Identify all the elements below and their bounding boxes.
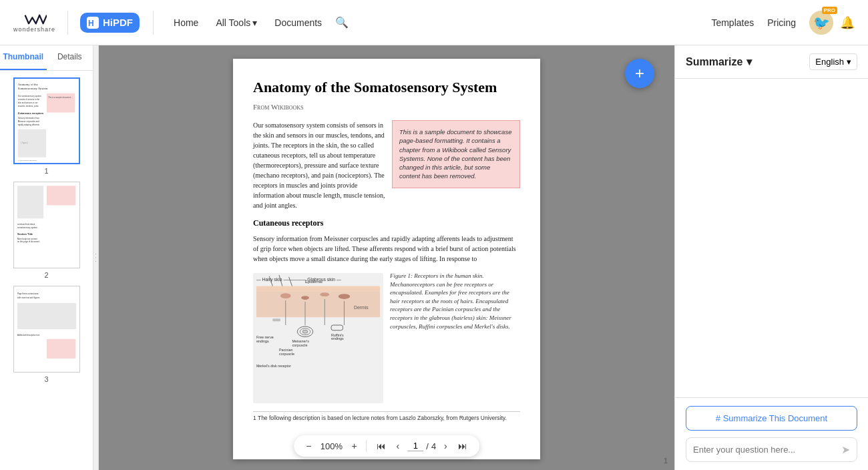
lang-chevron-icon: ▾	[847, 57, 851, 67]
right-panel-content	[675, 79, 868, 397]
thumbnail-item-1[interactable]: Anatomy of the Somatosensory System This…	[5, 77, 87, 175]
svg-text:— Hairy skin ————— Glabrous sk: — Hairy skin ————— Glabrous skin —	[256, 277, 341, 282]
prev-page-button[interactable]: ‹	[394, 439, 403, 453]
svg-text:Somatosensory System: Somatosensory System	[17, 87, 47, 90]
svg-point-41	[320, 292, 329, 296]
main-body: Thumbnail Details Anatomy of the Somatos…	[0, 45, 868, 470]
tab-thumbnail[interactable]: Thumbnail	[0, 45, 47, 70]
svg-text:More body text content: More body text content	[17, 238, 37, 240]
sidebar-tabs: Thumbnail Details	[0, 45, 93, 71]
fab-add-button[interactable]: +	[625, 59, 654, 88]
question-input[interactable]	[693, 445, 836, 455]
svg-text:endings: endings	[331, 336, 344, 340]
summarize-chevron-icon: ▾	[746, 55, 752, 68]
send-icon: ➤	[841, 443, 850, 456]
sidebar-content: Anatomy of the Somatosensory System This…	[0, 71, 93, 470]
tab-details[interactable]: Details	[47, 45, 93, 70]
svg-point-49	[302, 330, 308, 333]
last-page-button[interactable]: ⏭	[455, 439, 470, 453]
avatar[interactable]: 🐦 PRO	[809, 11, 833, 35]
avatar-area: 🐦 PRO 🔔	[809, 11, 855, 35]
nav-templates[interactable]: Templates	[711, 17, 754, 28]
next-page-button[interactable]: ›	[441, 439, 450, 453]
svg-text:corpuscle: corpuscle	[279, 352, 294, 356]
svg-text:Section Title: Section Title	[17, 232, 33, 236]
zoom-out-button[interactable]: −	[303, 439, 314, 453]
nav-home[interactable]: Home	[167, 13, 205, 32]
right-panel-header: Summarize ▾ English ▾	[675, 45, 868, 79]
svg-rect-20	[17, 186, 43, 218]
first-page-button[interactable]: ⏮	[374, 439, 389, 453]
doc-title: Anatomy of the Somatosensory System	[253, 79, 520, 96]
nav-documents[interactable]: Documents	[268, 13, 329, 32]
right-panel: Summarize ▾ English ▾ # Summarize This D…	[674, 45, 868, 470]
page-total: 4	[431, 441, 436, 451]
doc-note-box: This is a sample document to showcase pa…	[392, 120, 520, 188]
doc-figure-caption: Figure 1: Receptors in the human skin. M…	[390, 272, 520, 405]
svg-text:Meissner corpuscles and: Meissner corpuscles and	[17, 120, 39, 123]
svg-text:H: H	[88, 19, 94, 28]
svg-point-40	[301, 296, 309, 300]
thumb-number-1: 1	[44, 167, 48, 175]
summarize-title-text: Summarize	[686, 56, 742, 68]
svg-text:somatosensory system.: somatosensory system.	[17, 226, 37, 229]
svg-rect-30	[17, 303, 75, 329]
svg-text:continued text about: continued text about	[17, 223, 35, 226]
page-info: / 4	[407, 441, 436, 451]
wondershare-label: wondershare	[13, 26, 55, 33]
svg-text:Sensory information from: Sensory information from	[17, 117, 39, 120]
svg-rect-62	[272, 318, 280, 321]
doc-section-cutaneous: Cutaneous receptors	[253, 218, 520, 228]
header: wondershare H HiPDF Home All Tools ▾ Doc…	[0, 0, 868, 45]
svg-text:with more text and figures: with more text and figures	[17, 296, 39, 299]
toolbar-divider-1	[367, 440, 367, 452]
nav-links: Home All Tools ▾ Documents 🔍	[167, 13, 698, 32]
svg-text:skin and sensors in our: skin and sensors in our	[17, 101, 37, 104]
send-button[interactable]: ➤	[841, 443, 850, 456]
doc-toolbar: − 100% + ⏮ ‹ / 4 › ⏭	[294, 435, 479, 457]
hipdf-logo[interactable]: H HiPDF	[80, 13, 140, 33]
doc-figure-image: — Hairy skin ————— Glabrous skin — Epide…	[253, 272, 383, 405]
summarize-document-button[interactable]: # Summarize This Document	[686, 406, 857, 431]
notification-bell-icon[interactable]: 🔔	[840, 15, 855, 30]
language-label: English	[815, 57, 844, 67]
svg-text:This is a sample document...: This is a sample document...	[47, 96, 72, 99]
plus-icon: +	[635, 64, 644, 83]
svg-text:on this page of document.: on this page of document.	[17, 240, 39, 243]
resize-handle[interactable]: · · ·	[93, 45, 99, 470]
svg-text:Merkel's disk receptor: Merkel's disk receptor	[256, 364, 291, 368]
search-icon[interactable]: 🔍	[335, 16, 349, 29]
svg-text:consists of sensors in the: consists of sensors in the	[17, 98, 39, 101]
svg-point-39	[280, 293, 291, 298]
pro-badge: PRO	[822, 7, 837, 14]
doc-subtitle: From Wikibooks	[253, 103, 520, 111]
language-selector[interactable]: English ▾	[809, 53, 857, 70]
summarize-title[interactable]: Summarize ▾	[686, 55, 752, 68]
zoom-level: 100%	[319, 441, 343, 451]
nav-right: Templates Pricing 🐦 PRO 🔔	[711, 11, 855, 35]
question-input-area: ➤	[686, 437, 857, 462]
svg-rect-21	[47, 186, 75, 205]
thumbnail-item-2[interactable]: continued text about somatosensory syste…	[5, 182, 87, 279]
thumb-frame-2[interactable]: continued text about somatosensory syste…	[13, 182, 80, 268]
doc-body-text-2: Sensory information from Meissner corpus…	[253, 234, 520, 264]
svg-text:Free nerve: Free nerve	[256, 335, 274, 339]
avatar-icon: 🐦	[813, 15, 830, 31]
thumb-frame-3[interactable]: Page three content area with more text a…	[13, 286, 80, 373]
thumb-frame-1[interactable]: Anatomy of the Somatosensory System This…	[13, 77, 80, 164]
zoom-in-button[interactable]: +	[349, 439, 359, 453]
svg-text:Cutaneous receptors: Cutaneous receptors	[17, 112, 43, 115]
svg-text:Page three content area: Page three content area	[17, 292, 38, 295]
wondershare-logo: wondershare	[13, 13, 55, 33]
page-number-input[interactable]	[407, 441, 423, 451]
thumbnail-item-3[interactable]: Page three content area with more text a…	[5, 286, 87, 383]
nav-alltools[interactable]: All Tools ▾	[209, 13, 264, 32]
svg-rect-35	[256, 286, 380, 292]
nav-pricing[interactable]: Pricing	[767, 17, 796, 28]
page-number-label: 1	[664, 457, 668, 465]
svg-text:corpuscle: corpuscle	[292, 343, 308, 347]
svg-text:Our somatosensory system: Our somatosensory system	[17, 95, 41, 97]
svg-text:Epidermis: Epidermis	[305, 280, 322, 284]
thumb-number-2: 2	[44, 271, 48, 279]
doc-figure-area: — Hairy skin ————— Glabrous skin — Epide…	[253, 272, 520, 405]
